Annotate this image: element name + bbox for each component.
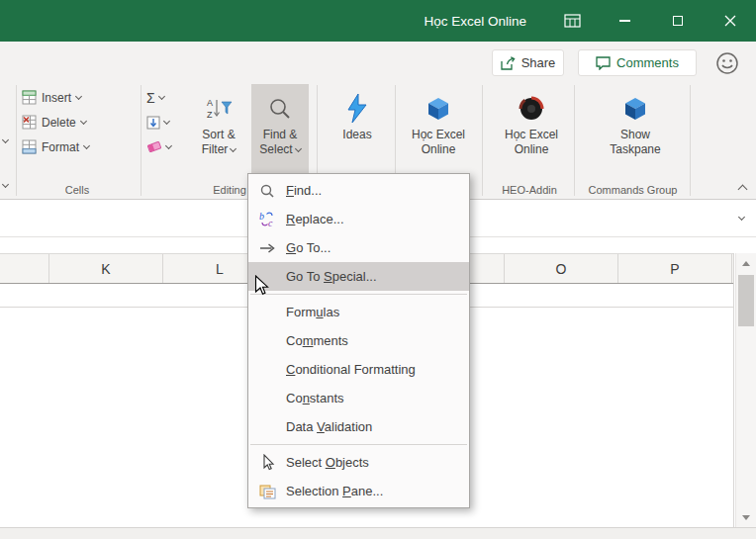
- chevron-down-icon: [83, 141, 90, 148]
- fill-button[interactable]: [146, 110, 171, 135]
- group-separator: [690, 85, 691, 196]
- group-separator: [141, 85, 142, 196]
- heo2-label-line1: Học Excel: [505, 128, 558, 142]
- blue-cube-icon: [425, 90, 451, 128]
- find-select-menu: Find...bcReplace...Go To...Go To Special…: [247, 173, 470, 508]
- chevron-up-icon: [737, 184, 747, 194]
- menu-item-label: Select Objects: [286, 455, 369, 470]
- replace-icon: bc: [255, 211, 279, 228]
- menu-item-comments[interactable]: Comments: [248, 326, 469, 355]
- group-separator: [574, 85, 575, 196]
- cutoff-dropdown-chevron[interactable]: [2, 136, 9, 143]
- menu-item-find[interactable]: Find...: [248, 176, 469, 205]
- selection-pane-icon: [255, 483, 279, 500]
- column-header-P[interactable]: P: [618, 254, 732, 283]
- share-label: Share: [521, 55, 556, 70]
- hoc-excel-online-button-1[interactable]: Học Excel Online: [400, 84, 477, 175]
- comments-icon: [596, 56, 611, 70]
- window-title: Học Excel Online: [424, 14, 526, 29]
- menu-separator: [250, 444, 467, 445]
- menu-item-label: Find...: [286, 183, 322, 198]
- chevron-down-icon: [230, 144, 236, 151]
- comments-label: Comments: [616, 55, 679, 70]
- menu-item-constants[interactable]: Constants: [248, 384, 469, 412]
- chevron-down-icon: [737, 214, 744, 221]
- collapse-ribbon-button[interactable]: [733, 178, 751, 196]
- find-select-label-line2: Select: [259, 142, 292, 157]
- menu-item-label: Go To Special...: [286, 269, 377, 284]
- find-select-button[interactable]: Find & Select: [251, 84, 309, 175]
- heo-addin-group-label: HEO-Addin: [485, 184, 574, 196]
- format-cells-icon: [22, 139, 37, 154]
- go-to-arrow-icon: [255, 239, 279, 257]
- cutoff-dropdown-chevron[interactable]: [2, 181, 9, 188]
- close-button[interactable]: [704, 0, 756, 42]
- ideas-button[interactable]: Ideas: [327, 84, 388, 175]
- share-button[interactable]: Share: [492, 49, 564, 76]
- group-separator: [482, 85, 483, 196]
- clear-eraser-icon: [146, 139, 162, 154]
- cells-group: Insert Delete Format: [22, 85, 89, 159]
- commands-group-label: Commands Group: [576, 184, 690, 196]
- clear-button[interactable]: [146, 135, 171, 159]
- ribbon-display-options-icon[interactable]: [546, 0, 599, 42]
- svg-text:Z: Z: [207, 110, 213, 120]
- horizontal-scrollbar-area[interactable]: [0, 527, 756, 539]
- ideas-label: Ideas: [342, 128, 371, 142]
- format-button[interactable]: Format: [22, 135, 89, 159]
- grid-right-border: [733, 253, 734, 527]
- menu-separator: [250, 294, 467, 295]
- menu-item-formulas[interactable]: Formulas: [248, 298, 469, 326]
- scrollbar-thumb[interactable]: [738, 275, 754, 326]
- menu-item-conditional-formatting[interactable]: Conditional Formatting: [248, 355, 469, 384]
- menu-item-go-to[interactable]: Go To...: [248, 233, 469, 262]
- autosum-button[interactable]: Σ: [146, 85, 171, 110]
- column-header-partial[interactable]: [0, 254, 49, 283]
- column-header-O[interactable]: O: [505, 254, 618, 283]
- dark-circle-logo-icon: [519, 90, 544, 128]
- scroll-down-button[interactable]: [736, 507, 756, 527]
- insert-label: Insert: [42, 91, 71, 105]
- taskpane-label-line2: Taskpane: [610, 142, 660, 157]
- minimize-icon: [619, 20, 630, 22]
- heo1-label-line2: Online: [422, 142, 456, 157]
- menu-item-selection-pane[interactable]: Selection Pane...: [248, 477, 469, 505]
- menu-item-label: Go To...: [286, 240, 331, 255]
- delete-button[interactable]: Delete: [22, 110, 89, 135]
- cells-group-label: Cells: [22, 184, 133, 196]
- chevron-down-icon: [75, 92, 82, 99]
- magnifier-icon: [267, 90, 293, 128]
- minimize-button[interactable]: [599, 0, 651, 42]
- menu-item-data-validation[interactable]: Data Validation: [248, 412, 469, 441]
- maximize-button[interactable]: [651, 0, 704, 42]
- menu-icon-empty: [255, 418, 279, 436]
- editing-mini-buttons: Σ: [146, 85, 171, 159]
- fill-down-icon: [146, 116, 160, 130]
- comments-button[interactable]: Comments: [578, 49, 697, 76]
- smiley-icon: [715, 51, 739, 75]
- menu-item-label: Comments: [286, 333, 348, 348]
- menu-item-label: Conditional Formatting: [286, 362, 416, 377]
- feedback-button[interactable]: [714, 50, 740, 76]
- chevron-down-icon: [80, 117, 87, 124]
- window-controls: [546, 0, 756, 42]
- hoc-excel-online-button-2[interactable]: Học Excel Online: [495, 84, 568, 175]
- show-taskpane-button[interactable]: Show Taskpane: [598, 84, 673, 175]
- group-separator: [16, 85, 17, 196]
- chevron-down-icon: [165, 141, 172, 148]
- sort-filter-label-line1: Sort &: [202, 128, 235, 142]
- menu-item-select-objects[interactable]: Select Objects: [248, 448, 469, 477]
- menu-item-go-to-special[interactable]: Go To Special...: [248, 262, 469, 291]
- select-objects-pointer-icon: [255, 454, 279, 472]
- taskpane-label-line1: Show: [620, 128, 650, 142]
- menu-item-replace[interactable]: bcReplace...: [248, 205, 469, 233]
- find-select-label-line1: Find &: [263, 128, 298, 142]
- taskpane-cube-icon: [622, 90, 648, 128]
- menu-item-label: Replace...: [286, 212, 344, 226]
- scroll-up-button[interactable]: [736, 253, 756, 273]
- vertical-scrollbar[interactable]: [735, 253, 756, 527]
- column-header-K[interactable]: K: [49, 254, 163, 283]
- formula-bar-expand-button[interactable]: [733, 211, 749, 226]
- insert-button[interactable]: Insert: [22, 85, 89, 110]
- sort-filter-button[interactable]: AZ Sort & Filter: [188, 84, 249, 175]
